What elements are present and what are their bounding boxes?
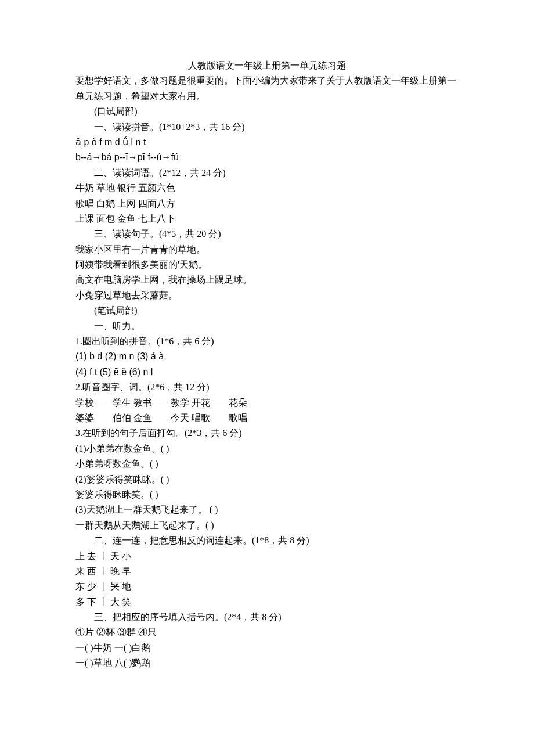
- oral-sec1-pinyin-line1: ǎ p ò f m d ǘ l n t: [75, 135, 459, 150]
- written-q1-title: 1.圈出听到的拼音。(1*6，共 6 分): [75, 334, 459, 349]
- written-sec2-line1: 上 去 丨 天 小: [75, 549, 459, 564]
- written-q3-p1b: 小弟弟呀数金鱼。( ): [75, 456, 459, 471]
- written-sec3-line2: 一( )牛奶 一( )白鹅: [75, 640, 459, 656]
- oral-sec1-heading: 一、读读拼音。(1*10+2*3，共 16 分): [75, 120, 459, 135]
- written-q3-title: 3.在听到的句子后面打勾。(2*3，共 6 分): [75, 426, 459, 441]
- written-q3-p3a: (3)天鹅湖上一群天鹅飞起来了。 ( ): [75, 502, 459, 517]
- written-q1-line1: (1) b d (2) m n (3) á à: [75, 349, 459, 364]
- written-q3-p2a: (2)婆婆乐得笑眯眯。( ): [75, 472, 459, 487]
- written-q2-title: 2.听音圈字、词。(2*6，共 12 分): [75, 380, 459, 395]
- oral-sec3-line3: 高文在电脑房学上网，我在操场上踢足球。: [75, 272, 459, 287]
- written-sec3-line1: ①片 ②杯 ③群 ④只: [75, 625, 459, 640]
- oral-sec3-heading: 三、读读句子。(4*5，共 20 分): [75, 226, 459, 242]
- oral-sec3-line4: 小兔穿过草地去采蘑菇。: [75, 288, 459, 303]
- oral-sec2-line2: 歌唱 白鹅 上网 四面八方: [75, 196, 459, 211]
- written-sec2-heading: 二、连一连，把意思相反的词连起来。(1*8，共 8 分): [75, 533, 459, 548]
- written-sec2-line3: 东 少 丨 哭 地: [75, 579, 459, 594]
- written-q3-p2b: 婆婆乐得眯眯笑。( ): [75, 487, 459, 502]
- oral-sec3-line2: 阿姨带我看到很多美丽的'天鹅。: [75, 257, 459, 272]
- oral-sec2-heading: 二、读读词语。(2*12，共 24 分): [75, 165, 459, 181]
- written-q2-line2: 婆婆——伯伯 金鱼——今天 唱歌——歌唱: [75, 411, 459, 426]
- written-section-header: (笔试局部): [75, 303, 459, 318]
- written-sec3-heading: 三、把相应的序号填入括号内。(2*4，共 8 分): [75, 610, 459, 625]
- written-q3-p3b: 一群天鹅从天鹅湖上飞起来了。( ): [75, 518, 459, 533]
- written-q2-line1: 学校——学生 教书——教学 开花——花朵: [75, 395, 459, 411]
- oral-sec2-line1: 牛奶 草地 银行 五颜六色: [75, 181, 459, 196]
- written-sec2-line4: 多 下 丨 大 笑: [75, 595, 459, 610]
- oral-sec1-pinyin-line2: b--á→bá p--ī→pī f--ú→fú: [75, 150, 459, 165]
- oral-section-header: (口试局部): [75, 104, 459, 119]
- oral-sec2-line3: 上课 面包 金鱼 七上八下: [75, 211, 459, 226]
- written-q1-line2: (4) f t (5) ē ě (6) n l: [75, 365, 459, 380]
- written-q3-p1a: (1)小弟弟在数金鱼。( ): [75, 441, 459, 456]
- intro-paragraph: 要想学好语文，多做习题是很重要的。下面小编为大家带来了关于人教版语文一年级上册第…: [75, 73, 459, 104]
- written-sec2-line2: 来 西 丨 晚 早: [75, 564, 459, 579]
- document-title: 人教版语文一年级上册第一单元练习题: [75, 58, 459, 73]
- oral-sec3-line1: 我家小区里有一片青青的草地。: [75, 242, 459, 257]
- written-sec3-line3: 一( )草地 八( )鹦鹉: [75, 656, 459, 671]
- written-sec1-heading: 一、听力。: [75, 319, 459, 334]
